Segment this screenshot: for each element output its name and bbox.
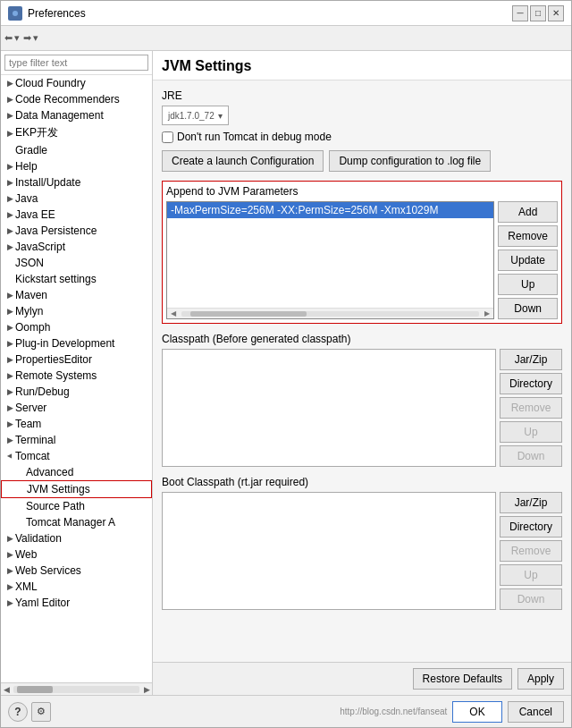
sidebar-item-install-update[interactable]: ▶ Install/Update <box>1 174 152 190</box>
sidebar-item-json[interactable]: JSON <box>1 255 152 271</box>
sidebar-item-kickstart[interactable]: Kickstart settings <box>1 271 152 287</box>
boot-remove-button[interactable]: Remove <box>500 540 562 562</box>
sidebar-item-label: Cloud Foundry <box>15 77 148 89</box>
sidebar-item-web[interactable]: ▶ Web <box>1 546 152 563</box>
arrow-icon: ▶ <box>4 533 15 544</box>
sidebar-item-ekp[interactable]: ▶ EKP开发 <box>1 123 152 142</box>
ok-button[interactable]: OK <box>452 701 501 723</box>
jvm-params-label: Append to JVM Parameters <box>166 185 558 198</box>
window-title: Preferences <box>28 7 512 20</box>
sidebar-item-tomcat-jvm[interactable]: JVM Settings <box>1 480 152 498</box>
jre-value: jdk1.7.0_72 <box>168 111 214 121</box>
jre-dropdown[interactable]: jdk1.7.0_72 ▾ <box>162 106 229 125</box>
classpath-directory-button[interactable]: Directory <box>500 373 562 394</box>
sidebar-item-gradle[interactable]: Gradle <box>1 142 152 158</box>
arrow-icon: ▶ <box>4 177 15 188</box>
sidebar-item-java[interactable]: ▶ Java <box>1 190 152 207</box>
sidebar-item-help[interactable]: ▶ Help <box>1 158 152 174</box>
sidebar-item-java-persistence[interactable]: ▶ Java Persistence <box>1 223 152 239</box>
boot-directory-button[interactable]: Directory <box>500 516 562 538</box>
sidebar-item-label: JVM Settings <box>27 483 147 495</box>
add-button[interactable]: Add <box>498 201 558 223</box>
debug-checkbox[interactable] <box>162 131 173 143</box>
sidebar-item-tomcat-manager[interactable]: Tomcat Manager A <box>1 514 152 530</box>
arrow-icon <box>15 501 26 512</box>
sidebar-item-terminal[interactable]: ▶ Terminal <box>1 432 152 448</box>
sidebar-item-validation[interactable]: ▶ Validation <box>1 530 152 546</box>
sidebar-item-label: Team <box>15 418 148 430</box>
restore-defaults-button[interactable]: Restore Defaults <box>413 668 512 690</box>
down-button[interactable]: Down <box>498 298 558 319</box>
create-launch-button[interactable]: Create a launch Configuration <box>162 150 324 172</box>
scroll-right-icon[interactable]: ▶ <box>481 309 493 317</box>
sidebar-item-run-debug[interactable]: ▶ Run/Debug <box>1 384 152 400</box>
arrow-icon <box>16 484 27 495</box>
arrow-icon: ▶ <box>4 241 15 252</box>
jvm-param-item[interactable]: -MaxPermSize=256M -XX:PermSize=256M -Xmx… <box>167 202 493 218</box>
remove-button[interactable]: Remove <box>498 225 558 247</box>
sidebar-scroll-right[interactable]: ▶ <box>141 685 152 694</box>
classpath-list[interactable] <box>162 349 496 467</box>
sidebar-item-remote-systems[interactable]: ▶ Remote Systems <box>1 368 152 384</box>
sidebar-item-label: Mylyn <box>15 305 148 317</box>
boot-classpath-label: Boot Classpath (rt.jar required) <box>162 476 562 488</box>
cancel-button[interactable]: Cancel <box>508 701 564 723</box>
classpath-jarzip-button[interactable]: Jar/Zip <box>500 349 562 370</box>
settings-button[interactable]: ⚙ <box>31 702 51 722</box>
back-button[interactable]: ⬅ ▾ <box>4 32 20 44</box>
boot-up-button[interactable]: Up <box>500 564 562 586</box>
sidebar-item-label: Plug-in Development <box>15 337 148 350</box>
arrow-icon <box>4 274 15 284</box>
sidebar-item-mylyn[interactable]: ▶ Mylyn <box>1 303 152 319</box>
classpath-down-button[interactable]: Down <box>500 445 562 467</box>
scroll-left-icon[interactable]: ◀ <box>167 309 180 317</box>
boot-side-buttons: Jar/Zip Directory Remove Up Down <box>500 492 562 610</box>
sidebar-item-cloud-foundry[interactable]: ▶ Cloud Foundry <box>1 75 152 91</box>
sidebar-item-java-ee[interactable]: ▶ Java EE <box>1 207 152 223</box>
arrow-icon: ▶ <box>4 338 15 349</box>
apply-button[interactable]: Apply <box>517 668 564 690</box>
sidebar-item-javascript[interactable]: ▶ JavaScript <box>1 239 152 255</box>
sidebar-tree: ▶ Cloud Foundry ▶ Code Recommenders ▶ Da… <box>1 75 152 682</box>
sidebar-item-tomcat-source[interactable]: Source Path <box>1 498 152 514</box>
bottom-bar: Restore Defaults Apply <box>153 662 571 695</box>
sidebar-item-oomph[interactable]: ▶ Oomph <box>1 319 152 335</box>
sidebar-item-label: EKP开发 <box>15 125 148 140</box>
help-button[interactable]: ? <box>8 702 28 722</box>
forward-dropdown[interactable]: ▾ <box>33 32 38 44</box>
sidebar-item-team[interactable]: ▶ Team <box>1 416 152 432</box>
forward-button[interactable]: ➡ ▾ <box>23 32 38 44</box>
dialog-footer: ? ⚙ http://blog.csdn.net/fanseat OK Canc… <box>1 695 571 727</box>
sidebar-item-tomcat-advanced[interactable]: Advanced <box>1 464 152 480</box>
sidebar-item-properties-editor[interactable]: ▶ PropertiesEditor <box>1 351 152 368</box>
sidebar-item-server[interactable]: ▶ Server <box>1 400 152 416</box>
sidebar-item-data-management[interactable]: ▶ Data Management <box>1 107 152 123</box>
sidebar-item-maven[interactable]: ▶ Maven <box>1 287 152 303</box>
classpath-up-button[interactable]: Up <box>500 421 562 443</box>
sidebar-item-web-services[interactable]: ▶ Web Services <box>1 563 152 579</box>
sidebar-item-tomcat[interactable]: ▼ Tomcat <box>1 448 152 464</box>
close-button[interactable]: ✕ <box>548 5 564 21</box>
sidebar-item-label: Code Recommenders <box>15 93 148 106</box>
boot-down-button[interactable]: Down <box>500 588 562 610</box>
search-input[interactable] <box>4 55 148 71</box>
up-button[interactable]: Up <box>498 274 558 295</box>
sidebar-item-plugin-dev[interactable]: ▶ Plug-in Development <box>1 335 152 351</box>
dropdown-icon: ▾ <box>218 111 223 121</box>
sidebar-item-label: JSON <box>15 257 148 269</box>
back-dropdown[interactable]: ▾ <box>14 32 20 44</box>
maximize-button[interactable]: □ <box>530 5 546 21</box>
boot-jarzip-button[interactable]: Jar/Zip <box>500 492 562 513</box>
sidebar-item-code-recommenders[interactable]: ▶ Code Recommenders <box>1 91 152 107</box>
toolbar: ⬅ ▾ ➡ ▾ <box>1 26 571 51</box>
classpath-remove-button[interactable]: Remove <box>500 397 562 419</box>
sidebar-item-xml[interactable]: ▶ XML <box>1 579 152 595</box>
dump-config-button[interactable]: Dump configuration to .log file <box>329 150 491 172</box>
minimize-button[interactable]: ─ <box>512 5 528 21</box>
sidebar-scroll-left[interactable]: ◀ <box>1 685 12 694</box>
update-button[interactable]: Update <box>498 250 558 271</box>
footer-url: http://blog.csdn.net/fanseat <box>340 707 447 716</box>
sidebar-item-yaml-editor[interactable]: ▶ Yaml Editor <box>1 595 152 611</box>
boot-classpath-list[interactable] <box>162 492 496 610</box>
panel-body: JRE jdk1.7.0_72 ▾ Don't run Tomcat in de… <box>153 80 571 662</box>
